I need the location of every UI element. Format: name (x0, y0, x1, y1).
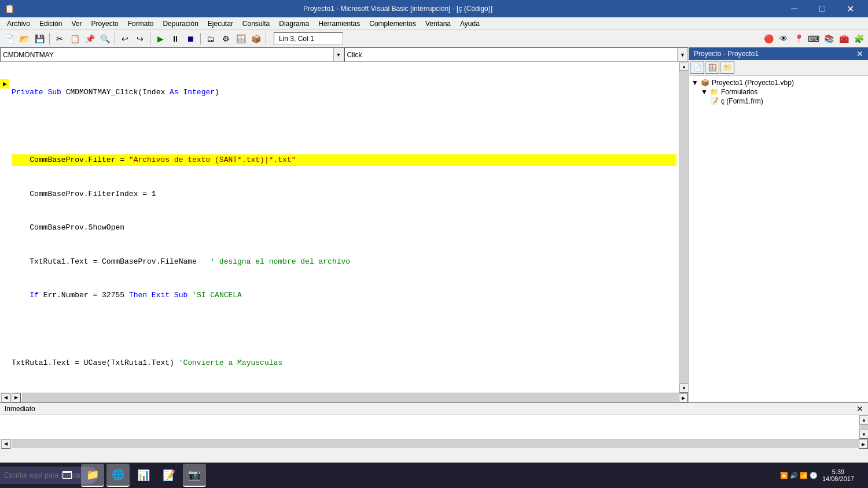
imm-hscroll-left[interactable]: ◀ (1, 439, 10, 449)
code-editor[interactable]: Private Sub CMDMONTMAY_Click(Index As In… (0, 62, 679, 393)
folder-expand-icon: ▼ (701, 88, 708, 96)
menu-ayuda[interactable]: Ayuda (455, 17, 484, 29)
horizontal-scrollbar[interactable]: ◀ ▶ ▶ (0, 393, 688, 402)
clock-date: 14/08/2017 (822, 475, 854, 482)
imm-hscroll-track[interactable] (12, 439, 859, 448)
title-bar-title: Proyecto1 - Microsoft Visual Basic [inte… (14, 5, 781, 13)
main-layout: ▼ ▼ ▶ Private Sub CMDMONTMAY_Click(Index… (0, 47, 868, 402)
task-view-button[interactable]: 🗔 (56, 464, 79, 487)
photo-taskbar-button[interactable]: 📷 (183, 464, 206, 487)
scroll-up-button[interactable]: ▲ (679, 62, 688, 71)
code-line-2 (12, 121, 676, 132)
component-button[interactable]: 🧩 (852, 32, 866, 46)
run-button[interactable]: ▶ (153, 32, 167, 46)
immediate-title: Inmediato (5, 405, 35, 413)
menu-depuracion[interactable]: Depuración (158, 17, 203, 29)
properties-button[interactable]: ⚙ (219, 32, 233, 46)
tree-form[interactable]: 📝 ç (Form1.frm) (710, 97, 866, 106)
immediate-button[interactable]: ⌨ (807, 32, 821, 46)
stop-button[interactable]: ⏹ (183, 32, 197, 46)
tree-folder-label: Formularios (721, 88, 757, 96)
immediate-editor[interactable] (0, 415, 859, 439)
scroll-down-button[interactable]: ▼ (679, 383, 688, 393)
status-position: Lin 3, Col 1 (274, 32, 343, 45)
callstack-button[interactable]: 📚 (822, 32, 836, 46)
toggle-folders-button[interactable]: 📁 (720, 61, 734, 74)
project-explorer-button[interactable]: 🗂 (204, 32, 218, 46)
minimize-button[interactable]: ─ (781, 0, 808, 17)
code-line-7: If Err.Number = 32755 Then Exit Sub 'SI … (12, 290, 676, 301)
view-code-button[interactable]: 📄 (690, 61, 704, 74)
tree-formularios[interactable]: ▼ 📁 Formularios (701, 87, 866, 97)
chrome-taskbar-button[interactable]: 🌐 (106, 464, 130, 487)
undo-button[interactable]: ↩ (118, 32, 132, 46)
code-line-1: Private Sub CMDMONTMAY_Click(Index As In… (12, 87, 676, 98)
new-button[interactable]: 📄 (2, 32, 16, 46)
show-desktop-button[interactable] (859, 464, 863, 487)
scroll-track[interactable] (679, 71, 688, 383)
form-layout-button[interactable]: 🪟 (234, 32, 248, 46)
title-bar: 📋 Proyecto1 - Microsoft Visual Basic [in… (0, 0, 868, 17)
menu-ventana[interactable]: Ventana (421, 17, 455, 29)
imm-scroll-track[interactable] (859, 424, 868, 430)
cut-button[interactable]: ✂ (53, 32, 67, 46)
expand-icon: ▼ (692, 79, 698, 87)
menu-herramientas[interactable]: Herramientas (314, 17, 365, 29)
imm-scroll-up[interactable]: ▲ (859, 415, 868, 424)
pause-button[interactable]: ⏸ (168, 32, 182, 46)
menu-edicion[interactable]: Edición (35, 17, 67, 29)
project-icon: 📦 (701, 79, 709, 87)
find-button[interactable]: 🔍 (98, 32, 112, 46)
save-button[interactable]: 💾 (32, 32, 46, 46)
object-browser-button[interactable]: 📦 (249, 32, 263, 46)
menu-ver[interactable]: Ver (67, 17, 86, 29)
editor-container: ▶ Private Sub CMDMONTMAY_Click(Index As … (0, 62, 688, 393)
maximize-button[interactable]: □ (809, 0, 836, 17)
immediate-close-button[interactable]: ✕ (856, 404, 863, 413)
view-form-button[interactable]: 🪟 (705, 61, 719, 74)
locals-button[interactable]: 📍 (792, 32, 806, 46)
project-tree: ▼ 📦 Proyecto1 (Proyecto1.vbp) ▼ 📁 Formul… (689, 76, 868, 402)
h-scroll-left-button[interactable]: ◀ (1, 393, 10, 402)
toolbox-button[interactable]: 🧰 (837, 32, 851, 46)
menu-diagrama[interactable]: Diagrama (274, 17, 314, 29)
immediate-hscroll[interactable]: ◀ ▶ (0, 439, 868, 448)
excel-taskbar-button[interactable]: 📊 (132, 464, 155, 487)
search-taskbar-button[interactable] (30, 464, 53, 487)
menu-archivo[interactable]: Archivo (2, 17, 35, 29)
object-dropdown[interactable] (1, 48, 333, 61)
project-close-button[interactable]: ✕ (856, 49, 863, 58)
object-dropdown-arrow[interactable]: ▼ (333, 48, 344, 61)
immediate-header: Inmediato ✕ (0, 403, 868, 415)
menu-ejecutar[interactable]: Ejecutar (203, 17, 238, 29)
watch-button[interactable]: 👁 (777, 32, 790, 46)
separator-2 (115, 33, 115, 45)
redo-button[interactable]: ↪ (133, 32, 147, 46)
close-button[interactable]: ✕ (837, 0, 863, 17)
menu-proyecto[interactable]: Proyecto (86, 17, 123, 29)
menu-complementos[interactable]: Complementos (365, 17, 421, 29)
file-explorer-taskbar-button[interactable]: 📁 (81, 464, 104, 487)
menu-consulta[interactable]: Consulta (238, 17, 274, 29)
menu-formato[interactable]: Formato (123, 17, 159, 29)
tree-root[interactable]: ▼ 📦 Proyecto1 (Proyecto1.vbp) (692, 78, 866, 87)
event-dropdown-arrow[interactable]: ▼ (677, 48, 687, 61)
imm-hscroll-right[interactable]: ▶ (859, 439, 868, 449)
h-scroll-track[interactable] (22, 393, 679, 402)
immediate-vscroll[interactable]: ▲ ▼ (859, 415, 868, 439)
vb-taskbar-button[interactable]: 📝 (157, 464, 181, 487)
vertical-scrollbar[interactable]: ▲ ▼ (679, 62, 688, 393)
imm-scroll-down[interactable]: ▼ (859, 430, 868, 439)
toolbar-right: 🔴 👁 📍 ⌨ 📚 🧰 🧩 (762, 32, 866, 46)
immediate-text-area[interactable] (0, 415, 859, 439)
h-scroll-right-button[interactable]: ▶ (12, 393, 21, 402)
h-scroll-end-button[interactable]: ▶ (679, 393, 688, 402)
open-button[interactable]: 📂 (17, 32, 31, 46)
event-dropdown[interactable] (345, 48, 678, 61)
breakpoints-button[interactable]: 🔴 (762, 32, 775, 46)
paste-button[interactable]: 📌 (83, 32, 97, 46)
title-bar-controls: ─ □ ✕ (781, 0, 863, 17)
copy-button[interactable]: 📋 (68, 32, 82, 46)
code-line-4: CommBaseProv.FilterIndex = 1 (12, 188, 676, 200)
separator-1 (49, 33, 50, 45)
